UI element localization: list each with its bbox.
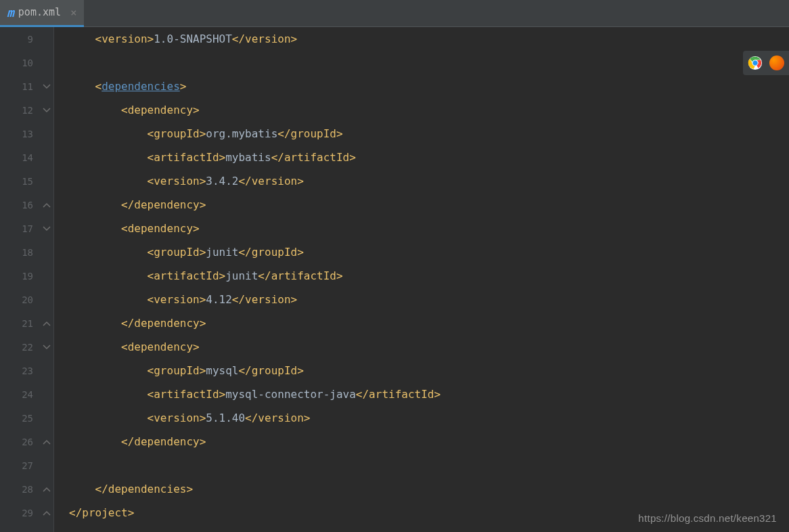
code-token: dependencies [102, 80, 180, 93]
code-token: </version> [232, 32, 297, 45]
code-line[interactable]: <artifactId>junit</artifactId> [69, 264, 789, 288]
code-token: <groupId> [148, 127, 206, 140]
firefox-icon[interactable] [769, 55, 785, 71]
code-token: <version> [148, 293, 206, 306]
editor-area[interactable]: 9101112131415161718192021222324252627282… [0, 27, 789, 532]
line-number: 24 [0, 382, 53, 406]
code-line[interactable]: <artifactId>mysql-connector-java</artifa… [69, 382, 789, 406]
line-number: 20 [0, 288, 53, 311]
code-token: <artifactId> [148, 269, 226, 282]
line-number: 17 [0, 217, 53, 240]
code-line[interactable]: <dependency> [69, 335, 789, 359]
line-number: 23 [0, 359, 53, 382]
code-line[interactable]: <dependency> [69, 98, 789, 122]
code-token: < [95, 80, 102, 93]
code-line[interactable] [69, 453, 789, 477]
line-number: 10 [0, 51, 53, 74]
line-number: 28 [0, 477, 53, 501]
code-token: </artifactId> [271, 151, 356, 164]
code-token: </groupId> [238, 364, 303, 377]
code-token: <dependency> [121, 222, 200, 235]
fold-close-icon[interactable] [43, 319, 51, 328]
tab-filename: pom.xml [18, 6, 61, 18]
code-token: <version> [148, 412, 206, 424]
code-token: </artifactId> [356, 388, 441, 401]
code-token: mysql-connector-java [225, 388, 356, 401]
code-token: </version> [238, 175, 303, 187]
line-number: 27 [0, 453, 53, 477]
fold-close-icon[interactable] [43, 438, 51, 446]
code-token: mysql [206, 364, 238, 377]
line-number: 15 [0, 169, 53, 193]
code-line[interactable]: <groupId>org.mybatis</groupId> [69, 122, 789, 146]
code-line[interactable]: </dependency> [69, 311, 789, 335]
fold-open-icon[interactable] [43, 83, 51, 91]
fold-open-icon[interactable] [43, 106, 51, 114]
code-token: <dependency> [121, 104, 200, 116]
line-number: 12 [0, 98, 53, 122]
line-number: 29 [0, 501, 53, 525]
code-line[interactable]: <artifactId>mybatis</artifactId> [69, 146, 789, 169]
code-line[interactable]: </dependency> [69, 430, 789, 453]
code-token: 3.4.2 [206, 175, 238, 187]
code-token: 1.0-SNAPSHOT [154, 32, 232, 45]
code-line[interactable]: <version>4.12</version> [69, 288, 789, 311]
code-token: mybatis [225, 151, 271, 164]
code-token: </groupId> [277, 127, 342, 140]
code-line[interactable]: </dependency> [69, 193, 789, 217]
fold-open-icon[interactable] [43, 343, 51, 351]
code-token: org.mybatis [206, 127, 277, 140]
code-token: </version> [245, 412, 310, 424]
line-number: 19 [0, 264, 53, 288]
code-token: <version> [148, 175, 206, 187]
code-token: </dependency> [121, 317, 206, 330]
code-token: </groupId> [238, 246, 303, 259]
code-content[interactable]: <version>1.0-SNAPSHOT</version> <depende… [54, 27, 789, 532]
code-token: <version> [95, 32, 154, 45]
code-token: </project> [69, 506, 134, 519]
fold-close-icon[interactable] [43, 509, 51, 517]
line-number: 14 [0, 146, 53, 169]
code-token: </artifactId> [258, 269, 342, 282]
code-line[interactable]: <version>3.4.2</version> [69, 169, 789, 193]
editor-tab[interactable]: m pom.xml × [0, 0, 84, 27]
line-number: 13 [0, 122, 53, 146]
line-number: 22 [0, 335, 53, 359]
close-icon[interactable]: × [70, 6, 77, 19]
code-token: </version> [232, 293, 297, 306]
line-number: 16 [0, 193, 53, 217]
code-line[interactable]: <groupId>mysql</groupId> [69, 359, 789, 382]
tab-bar: m pom.xml × [0, 0, 789, 27]
line-number: 9 [0, 27, 53, 51]
line-number: 26 [0, 430, 53, 453]
code-line[interactable]: <groupId>junit</groupId> [69, 240, 789, 264]
line-number: 11 [0, 74, 53, 98]
code-line[interactable]: <dependency> [69, 217, 789, 240]
fold-close-icon[interactable] [43, 201, 51, 209]
browser-preview-icons [743, 51, 789, 75]
code-token: </dependency> [121, 198, 206, 211]
code-line[interactable]: </dependencies> [69, 477, 789, 501]
code-token: junit [225, 269, 258, 282]
code-token: 5.1.40 [206, 412, 245, 424]
code-token: > [180, 80, 187, 93]
code-token: </dependency> [121, 435, 206, 448]
code-token: <groupId> [148, 364, 206, 377]
code-token: <groupId> [148, 246, 206, 259]
code-token: </dependencies> [95, 483, 194, 495]
watermark-text: https://blog.csdn.net/keen321 [638, 512, 777, 524]
code-token: <dependency> [121, 340, 200, 353]
code-line[interactable] [69, 51, 789, 74]
code-token: <artifactId> [148, 151, 226, 164]
fold-close-icon[interactable] [43, 485, 51, 493]
line-number: 25 [0, 406, 53, 430]
line-number-gutter: 9101112131415161718192021222324252627282… [0, 27, 54, 532]
code-line[interactable]: <dependencies> [69, 74, 789, 98]
code-line[interactable]: <version>5.1.40</version> [69, 406, 789, 430]
fold-open-icon[interactable] [43, 225, 51, 233]
chrome-icon[interactable] [747, 55, 763, 71]
code-token: junit [206, 246, 238, 259]
line-number: 18 [0, 240, 53, 264]
code-line[interactable]: <version>1.0-SNAPSHOT</version> [69, 27, 789, 51]
code-token: 4.12 [206, 293, 232, 306]
